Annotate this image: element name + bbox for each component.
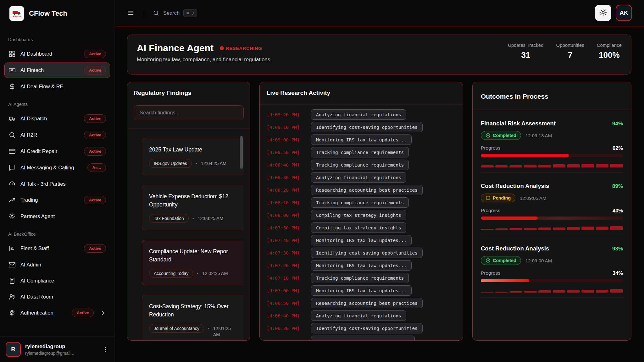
sparkline-segment	[567, 227, 580, 230]
finding-title: 2025 Tax Law Update	[149, 145, 244, 154]
search-icon	[153, 10, 159, 16]
finding-title: Cost-Saving Strategy: 15% Over	[149, 302, 244, 310]
divider	[481, 297, 623, 298]
main-content: AI Finance Agent RESEARCHING Monitoring …	[115, 26, 644, 362]
log-message: Monitoring IRS tax law updates...	[311, 134, 412, 145]
sidebar-item-ai-admin[interactable]: AI Admin	[4, 257, 110, 272]
status-badge: Active	[84, 114, 106, 123]
sidebar-item-label: AI Admin	[20, 261, 41, 268]
sidebar-item-label: AI Messaging & Calling	[20, 164, 74, 171]
log-timestamp: [4:08:00 PM]	[267, 213, 306, 218]
sidebar-item-authentication[interactable]: AuthenticationActive	[4, 305, 110, 321]
outcomes-panel: Outcomes in Process Financial Risk Asses…	[472, 82, 631, 341]
search-placeholder: Search	[163, 10, 180, 16]
outcome-status-text: Pending	[493, 195, 511, 200]
topbar: Search ⌘ J AK	[115, 0, 644, 26]
status-badge: RESEARCHING	[220, 46, 262, 51]
user-profile[interactable]: R rylemediagroup rylemediagroup@gmail...	[0, 337, 114, 362]
check-circle-icon	[486, 133, 491, 138]
sidebar-item-ai-deal-flow-re[interactable]: AI Deal Flow & RE	[4, 79, 110, 94]
log-message: Researching accounting best practices	[311, 185, 423, 195]
log-row: [4:07:50 PM]Compiling tax strategy insig…	[267, 222, 456, 233]
gauge-icon	[8, 180, 16, 188]
sidebar-item-ai-talk-3rd-parties[interactable]: AI Talk - 3rd Parties	[4, 176, 110, 191]
alert-circle-icon	[486, 195, 491, 200]
chevron-right-icon[interactable]	[100, 310, 106, 316]
log-timestamp: [4:09:00 PM]	[267, 137, 306, 142]
log-timestamp: [4:08:50 PM]	[267, 150, 306, 155]
finding-card[interactable]: Cost-Saving Strategy: 15% OverReductionJ…	[142, 295, 244, 340]
sidebar-item-fleet-staff[interactable]: Fleet & StaffActive	[4, 241, 110, 256]
sidebar-item-ai-credit-repair[interactable]: AI Credit RepairActive	[4, 144, 110, 159]
log-message: Identifying cost-saving opportunities	[311, 323, 423, 333]
progress-percent: 62%	[613, 145, 623, 151]
settings-button[interactable]	[595, 5, 611, 21]
finding-card[interactable]: 2025 Tax Law UpdateIRS.gov Updates•12:04…	[142, 138, 244, 175]
status-badge: Active	[72, 309, 94, 317]
app-logo: CASHFLOW	[9, 6, 24, 21]
log-row: [4:06:50 PM]Researching accounting best …	[267, 298, 456, 308]
log-row: [4:07:40 PM]Monitoring IRS tax law updat…	[267, 235, 456, 245]
finding-time: 12:04:25 AM	[201, 161, 226, 167]
sidebar-item-ai-dashboard[interactable]: AI DashboardActive	[4, 46, 110, 62]
progress-percent: 40%	[613, 208, 623, 214]
menu-icon[interactable]	[127, 9, 135, 16]
file-text-icon	[8, 277, 16, 284]
sidebar-item-ai-fintech[interactable]: AI FintechActive	[4, 63, 110, 78]
sidebar-item-label: AI Data Room	[20, 293, 53, 300]
log-timestamp: [4:06:30 PM]	[267, 326, 306, 331]
more-vertical-icon[interactable]	[103, 346, 109, 353]
stat-opportunities: Opportunities 7	[556, 42, 584, 60]
sidebar-item-label: Authentication	[20, 310, 53, 316]
log-timestamp: [4:08:10 PM]	[267, 200, 306, 205]
findings-search-input[interactable]	[134, 105, 244, 120]
finding-meta: Tax Foundation•12:03:25 AM	[149, 214, 244, 223]
log-timestamp: [4:07:30 PM]	[267, 250, 306, 255]
activity-sparkline	[481, 226, 623, 230]
activity-sparkline	[481, 163, 623, 167]
sidebar-section-label: AI Agents	[0, 95, 114, 110]
sidebar-item-label: Partners Agent	[20, 213, 55, 220]
log-timestamp: [4:07:10 PM]	[267, 276, 306, 281]
finding-title: Standard	[149, 255, 244, 264]
sparkline-segment	[581, 164, 594, 167]
status-dot-icon	[220, 46, 224, 50]
sparkline-segment	[581, 290, 594, 293]
finding-card[interactable]: Compliance Update: New ReporStandardAcco…	[142, 240, 244, 285]
log-timestamp: [4:09:10 PM]	[267, 125, 306, 130]
sidebar-item-ai-dispatch[interactable]: AI DispatchActive	[4, 111, 110, 126]
sparkline-segment	[610, 164, 623, 167]
finding-card[interactable]: Vehicle Expense Deduction: $12Opportunit…	[142, 185, 244, 230]
progress-bar	[481, 217, 623, 220]
global-search[interactable]: Search ⌘ J	[153, 9, 197, 17]
log-timestamp: [4:08:30 PM]	[267, 175, 306, 180]
stat-compliance: Compliance 100%	[597, 42, 622, 60]
outcome-item: Financial Risk Assessment94%Completed12:…	[481, 120, 623, 173]
sidebar-item-label: AI R2R	[20, 132, 37, 138]
sidebar-item-partners-agent[interactable]: Partners Agent	[4, 209, 110, 224]
progress-bar-fill	[481, 279, 529, 282]
sidebar-item-ai-messaging-calling[interactable]: AI Messaging & CallingAc...	[4, 160, 110, 175]
live-research-activity-panel: Live Research Activity [4:09:20 PM]Analy…	[259, 82, 463, 341]
log-row: [4:07:20 PM]Monitoring IRS tax law updat…	[267, 260, 456, 271]
sparkline-segment	[610, 226, 623, 230]
status-badge: Active	[84, 147, 106, 156]
agent-header-panel: AI Finance Agent RESEARCHING Monitoring …	[127, 35, 631, 74]
sidebar-item-ai-compliance[interactable]: AI Compliance	[4, 273, 110, 288]
log-row: [4:08:50 PM]Tracking compliance requirem…	[267, 147, 456, 157]
sidebar-item-ai-r2r[interactable]: AI R2RActive	[4, 127, 110, 143]
avatar: R	[6, 342, 21, 357]
activity-log-list: [4:09:20 PM]Analyzing financial regulati…	[260, 105, 463, 340]
scrollbar-thumb[interactable]	[240, 136, 243, 169]
sparkline-segment	[538, 165, 551, 167]
log-message: Monitoring IRS tax law updates...	[311, 285, 412, 296]
sidebar-item-trading[interactable]: TradingActive	[4, 192, 110, 208]
credit-card-icon	[8, 148, 16, 155]
sidebar-item-ai-data-room[interactable]: AI Data Room	[4, 289, 110, 304]
user-avatar-button[interactable]: AK	[616, 5, 632, 21]
check-circle-icon	[486, 258, 491, 263]
search-icon	[8, 131, 16, 139]
finding-title: Reduction	[149, 310, 244, 319]
sparkline-segment	[596, 227, 609, 230]
log-row: [4:09:00 PM]Monitoring IRS tax law updat…	[267, 134, 456, 145]
